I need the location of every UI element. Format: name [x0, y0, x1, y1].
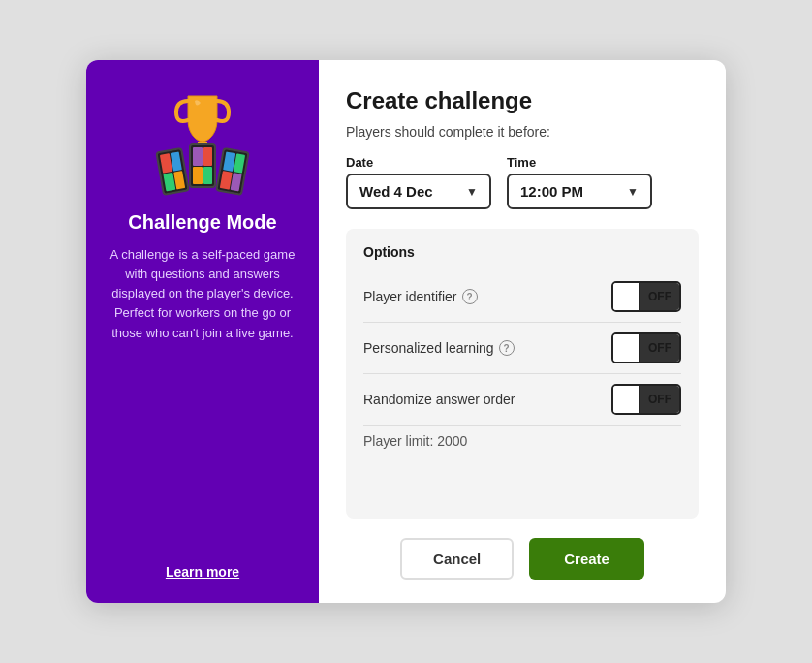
trophy-area — [144, 91, 261, 188]
time-value: 12:00 PM — [520, 183, 583, 200]
personalized-learning-toggle[interactable]: OFF — [611, 332, 681, 363]
toggle-thumb-1 — [613, 283, 640, 310]
toggle-label-3: OFF — [640, 386, 679, 413]
toggle-label-2: OFF — [640, 334, 679, 362]
phones-area — [158, 143, 247, 188]
toggle-thumb-2 — [613, 334, 640, 362]
options-title: Options — [363, 244, 681, 260]
date-chevron-icon: ▼ — [466, 185, 478, 199]
learn-more-link[interactable]: Learn more — [166, 564, 239, 580]
phone-right — [215, 147, 250, 196]
dialog-subtitle: Players should complete it before: — [346, 124, 699, 140]
option-row-randomize: Randomize answer order OFF — [363, 374, 681, 426]
time-field-group: Time 12:00 PM ▼ — [507, 155, 652, 209]
time-chevron-icon: ▼ — [627, 185, 639, 199]
phone-center — [189, 143, 216, 188]
date-label: Date — [346, 155, 491, 170]
phone-left — [155, 147, 190, 196]
player-limit: Player limit: 2000 — [363, 426, 681, 449]
randomize-label: Randomize answer order — [363, 392, 515, 407]
create-button[interactable]: Create — [529, 538, 644, 580]
randomize-toggle[interactable]: OFF — [611, 384, 681, 415]
date-value: Wed 4 Dec — [359, 183, 433, 200]
toggle-label-1: OFF — [640, 283, 679, 310]
personalized-learning-help-icon[interactable]: ? — [499, 340, 515, 356]
panel-title: Challenge Mode — [128, 211, 276, 234]
time-label: Time — [507, 155, 652, 170]
cancel-button[interactable]: Cancel — [400, 538, 514, 580]
modal-container: Challenge Mode A challenge is a self-pac… — [86, 60, 726, 603]
date-field-group: Date Wed 4 Dec ▼ — [346, 155, 491, 209]
personalized-learning-label: Personalized learning ? — [363, 340, 515, 356]
date-time-row: Date Wed 4 Dec ▼ Time 12:00 PM ▼ — [346, 155, 699, 209]
player-identifier-label: Player identifier ? — [363, 289, 478, 304]
option-row-personalized-learning: Personalized learning ? OFF — [363, 323, 681, 374]
toggle-thumb-3 — [613, 386, 640, 413]
options-section: Options Player identifier ? OFF Personal… — [346, 229, 699, 519]
option-row-player-identifier: Player identifier ? OFF — [363, 271, 681, 323]
right-panel: Create challenge Players should complete… — [319, 60, 726, 603]
date-dropdown[interactable]: Wed 4 Dec ▼ — [346, 174, 491, 209]
action-row: Cancel Create — [346, 538, 699, 580]
player-identifier-help-icon[interactable]: ? — [462, 289, 478, 304]
left-content: Challenge Mode A challenge is a self-pac… — [106, 91, 299, 343]
player-identifier-toggle[interactable]: OFF — [611, 281, 681, 312]
panel-description: A challenge is a self-paced game with qu… — [106, 245, 299, 343]
dialog-title: Create challenge — [346, 87, 699, 114]
time-dropdown[interactable]: 12:00 PM ▼ — [507, 174, 652, 209]
left-panel: Challenge Mode A challenge is a self-pac… — [86, 60, 319, 603]
